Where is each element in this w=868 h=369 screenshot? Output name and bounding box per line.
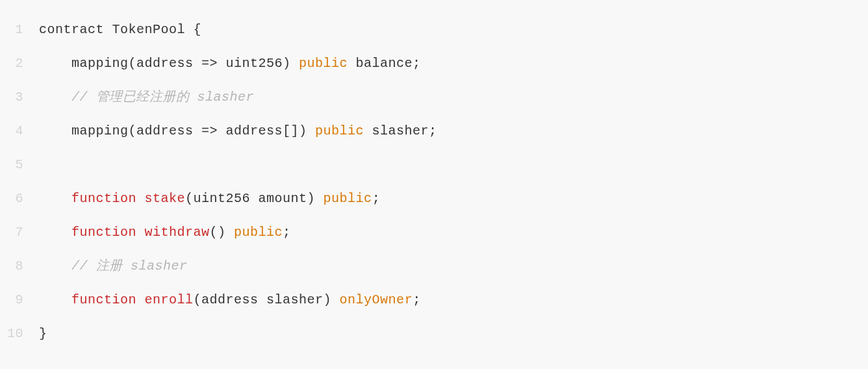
line-content: function enroll(address slasher) onlyOwn… <box>39 283 421 317</box>
code-line: 6 function stake(uint256 amount) public; <box>0 182 868 216</box>
line-content: mapping(address => address[]) public sla… <box>39 114 437 148</box>
code-token: enroll <box>145 292 194 307</box>
code-token: mapping(address => uint256) <box>71 56 299 71</box>
line-number: 3 <box>0 81 39 114</box>
code-token: contract TokenPool { <box>39 22 201 37</box>
code-block: 1contract TokenPool {2 mapping(address =… <box>0 13 868 351</box>
code-line: 4 mapping(address => address[]) public s… <box>0 114 868 148</box>
line-number: 5 <box>0 148 39 182</box>
code-line: 10} <box>0 317 868 351</box>
code-token: (address slasher) <box>194 292 340 307</box>
line-content: // 注册 slasher <box>39 249 188 283</box>
code-line: 7 function withdraw() public; <box>0 216 868 249</box>
code-token: (uint256 amount) <box>185 191 324 206</box>
code-token: // 管理已经注册的 slasher <box>71 90 254 105</box>
line-number: 6 <box>0 182 39 216</box>
line-number: 2 <box>0 47 39 81</box>
line-content: contract TokenPool { <box>39 13 201 47</box>
line-content: function withdraw() public; <box>39 216 291 249</box>
code-token: balance; <box>348 56 421 71</box>
line-content: function stake(uint256 amount) public; <box>39 182 380 216</box>
code-token: ; <box>413 292 421 307</box>
code-token: ; <box>372 191 381 206</box>
code-token: function <box>71 191 136 206</box>
code-line: 2 mapping(address => uint256) public bal… <box>0 47 868 81</box>
code-token: public <box>315 123 364 138</box>
code-token: function <box>71 292 136 307</box>
line-number: 1 <box>0 13 39 47</box>
code-token: } <box>39 326 47 341</box>
code-token <box>136 292 145 307</box>
line-content: } <box>39 317 47 351</box>
code-token: () <box>210 225 235 240</box>
code-token: mapping(address => address[]) <box>71 123 315 138</box>
code-token <box>136 191 145 206</box>
line-number: 4 <box>0 114 39 148</box>
line-content: // 管理已经注册的 slasher <box>39 81 254 114</box>
code-token: slasher; <box>364 123 437 138</box>
code-line: 3 // 管理已经注册的 slasher <box>0 81 868 114</box>
code-line: 8 // 注册 slasher <box>0 249 868 283</box>
code-line: 5 <box>0 148 868 182</box>
code-token: ; <box>283 225 291 240</box>
code-token: function <box>71 225 136 240</box>
line-number: 10 <box>0 317 39 351</box>
code-token: public <box>324 191 372 206</box>
code-token: // 注册 slasher <box>71 259 188 274</box>
line-number: 9 <box>0 283 39 317</box>
code-line: 1contract TokenPool { <box>0 13 868 47</box>
code-token: public <box>234 225 283 240</box>
code-token: withdraw <box>145 225 210 240</box>
code-token: onlyOwner <box>340 292 413 307</box>
code-token: stake <box>145 191 186 206</box>
line-number: 8 <box>0 249 39 283</box>
code-token <box>136 225 145 240</box>
line-number: 7 <box>0 216 39 249</box>
code-line: 9 function enroll(address slasher) onlyO… <box>0 283 868 317</box>
code-token: public <box>299 56 348 71</box>
line-content: mapping(address => uint256) public balan… <box>39 47 421 81</box>
